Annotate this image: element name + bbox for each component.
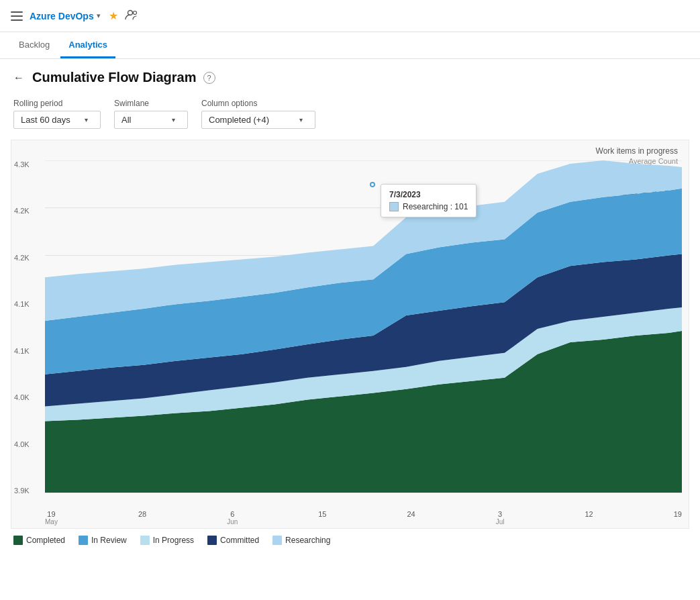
legend-color-completed <box>13 536 23 545</box>
hamburger-icon[interactable] <box>11 11 23 21</box>
tab-analytics[interactable]: Analytics <box>60 34 115 58</box>
svg-point-1 <box>133 11 136 14</box>
tooltip-dot <box>370 182 375 187</box>
legend-color-committed <box>207 536 217 545</box>
y-axis: 4.3K 4.2K 4.2K 4.1K 4.1K 4.0K 4.0K 3.9K <box>14 160 30 495</box>
chart-area: Work items in progress Average Count 187… <box>11 140 689 529</box>
tooltip-label-1: Researching : 101 <box>403 202 468 211</box>
legend-color-in-review <box>79 536 88 545</box>
chart-tooltip: 7/3/2023 Researching : 101 <box>381 184 477 217</box>
back-button[interactable]: ← <box>13 72 24 84</box>
swimlane-label: Swimlane <box>114 99 188 108</box>
chevron-down-icon: ▾ <box>85 116 88 123</box>
x-axis: 19 May 28 6 Jun 15 24 3 Jul 12 19 <box>45 510 682 526</box>
x-label-8: 19 <box>674 510 682 526</box>
page-title: Cumulative Flow Diagram <box>32 70 197 85</box>
tab-backlog[interactable]: Backlog <box>11 34 58 58</box>
swimlane-select[interactable]: All ▾ <box>114 111 188 129</box>
legend-color-researching <box>272 536 282 545</box>
x-label-4: 15 <box>318 510 326 526</box>
x-label-3: 6 Jun <box>227 510 238 526</box>
y-label-4: 4.1K <box>14 300 30 308</box>
x-label-2: 28 <box>138 510 146 526</box>
top-bar: Azure DevOps ▾ ★ <box>0 0 700 32</box>
legend-label-committed: Committed <box>220 536 259 545</box>
rolling-period-select[interactable]: Last 60 days ▾ <box>13 111 101 129</box>
tooltip-date: 7/3/2023 <box>389 190 468 199</box>
chevron-down-icon: ▾ <box>299 116 303 123</box>
legend-researching[interactable]: Researching <box>272 536 330 545</box>
app-title[interactable]: Azure DevOps <box>30 11 94 21</box>
tooltip-color-1 <box>389 202 399 211</box>
chevron-icon[interactable]: ▾ <box>97 11 101 20</box>
chevron-down-icon: ▾ <box>172 116 175 123</box>
legend-label-in-review: In Review <box>91 536 127 545</box>
rolling-period-group: Rolling period Last 60 days ▾ <box>13 99 101 129</box>
y-label-1: 4.3K <box>14 160 30 168</box>
legend-in-review[interactable]: In Review <box>79 536 127 545</box>
chart-legend: Completed In Review In Progress Committe… <box>0 529 700 552</box>
y-label-6: 4.0K <box>14 393 30 401</box>
y-label-7: 4.0K <box>14 440 30 448</box>
legend-label-completed: Completed <box>26 536 65 545</box>
nav-tabs: Backlog Analytics <box>0 32 700 59</box>
people-icon[interactable] <box>125 9 138 23</box>
legend-completed[interactable]: Completed <box>13 536 65 545</box>
star-icon[interactable]: ★ <box>109 9 118 22</box>
rolling-period-label: Rolling period <box>13 99 101 108</box>
legend-committed[interactable]: Committed <box>207 536 259 545</box>
legend-color-in-progress <box>140 536 150 545</box>
column-options-select[interactable]: Completed (+4) ▾ <box>201 111 315 129</box>
x-label-5: 24 <box>407 510 415 526</box>
legend-in-progress[interactable]: In Progress <box>140 536 194 545</box>
column-options-group: Column options Completed (+4) ▾ <box>201 99 315 129</box>
y-label-5: 4.1K <box>14 347 30 355</box>
legend-label-in-progress: In Progress <box>153 536 194 545</box>
work-items-label: Work items in progress <box>596 146 678 156</box>
cumulative-flow-svg <box>45 160 682 495</box>
x-label-7: 12 <box>585 510 593 526</box>
swimlane-group: Swimlane All ▾ <box>114 99 188 129</box>
y-label-8: 3.9K <box>14 487 30 495</box>
tooltip-item-1: Researching : 101 <box>389 202 468 211</box>
y-label-2: 4.2K <box>14 207 30 215</box>
x-label-1: 19 May <box>45 510 58 526</box>
column-options-label: Column options <box>201 99 315 108</box>
page-header: ← Cumulative Flow Diagram ? <box>0 59 700 93</box>
filters-bar: Rolling period Last 60 days ▾ Swimlane A… <box>0 93 700 140</box>
help-icon[interactable]: ? <box>203 72 215 84</box>
legend-label-researching: Researching <box>285 536 330 545</box>
x-label-6: 3 Jul <box>496 510 505 526</box>
y-label-3: 4.2K <box>14 254 30 262</box>
